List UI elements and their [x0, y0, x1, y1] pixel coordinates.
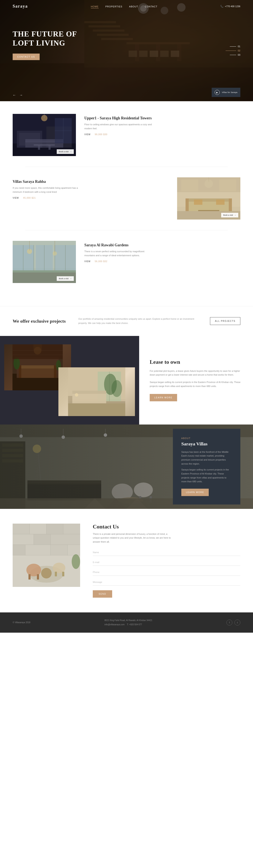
footer-contact-info: 8021 King Fahd Road, Al Rawabi, Al Khoba… [104, 619, 152, 626]
book-visit-3[interactable]: Book a visit → [57, 276, 74, 281]
svg-rect-30 [49, 146, 51, 150]
svg-rect-138 [37, 574, 39, 580]
phone-input[interactable] [93, 569, 240, 576]
footer-copyright: © Villasaraya 2018 [13, 621, 30, 624]
about-learn-more-button[interactable]: LEARN MORE [181, 489, 209, 496]
slide-num-3[interactable]: 03 [238, 54, 240, 56]
svg-rect-140 [55, 572, 57, 576]
svg-rect-133 [51, 545, 67, 555]
property-link-row-3: View 56,000 $32 [84, 260, 240, 262]
svg-rect-49 [181, 180, 198, 191]
all-projects-button[interactable]: ALL PROJECTS [210, 317, 240, 325]
about-label: ABOUT [181, 437, 232, 439]
hero-slide-nav: 01 02 03 [226, 45, 240, 56]
email-input[interactable] [93, 559, 240, 566]
hero-title: THE FUTURE OF LOFT LIVING [13, 30, 80, 48]
lease-subtitle: For potential plot buyers, a lease gives… [150, 369, 243, 377]
footer-phone: T: +920 504 677 [127, 623, 142, 626]
contact-section: Contact Us There is a private and person… [0, 509, 253, 612]
lease-section: Lease to own For potential plot buyers, … [0, 336, 253, 425]
about-section: ABOUT Saraya Villas Saraya has been at t… [0, 425, 253, 509]
next-arrow[interactable]: → [20, 93, 23, 97]
property-item-1: Book a visit → Upper1 - Saraya High Resi… [13, 114, 240, 156]
nav-item-contact[interactable]: Contact [145, 4, 157, 8]
contact-form: Contact Us There is a private and person… [93, 524, 240, 598]
svg-point-87 [112, 380, 122, 397]
phone-icon: 📞 [220, 5, 223, 8]
name-input[interactable] [93, 549, 240, 556]
property-view-link-1[interactable]: View [84, 133, 91, 135]
property-item-3: Book a visit → Saraya Al Rawabi Gardens … [13, 241, 240, 283]
property-desc-2: If you need more space, this comfortable… [13, 186, 80, 194]
property-link-row-2: View 45,000 $21 [13, 197, 169, 199]
slide-num-2[interactable]: 02 [238, 49, 240, 52]
exclusive-left: We offer exclusive projects [13, 318, 66, 324]
svg-rect-132 [25, 545, 51, 555]
property-view-link-3[interactable]: View [84, 260, 91, 262]
svg-rect-124 [13, 524, 30, 534]
lease-image-bottom [58, 367, 135, 416]
footer-email: info@villasaraya.com [104, 623, 125, 626]
property-link-row-1: View 99,000 $30 [84, 133, 240, 135]
about-box: ABOUT Saraya Villas Saraya has been at t… [173, 429, 240, 505]
property-title-3: Saraya Al Rawabi Gardens [84, 243, 240, 247]
svg-rect-141 [62, 572, 64, 576]
svg-rect-71 [19, 365, 57, 368]
hero-section: Saraya Home Properties About Contact 📞 +… [0, 0, 253, 101]
nav-item-home[interactable]: Home [91, 4, 99, 8]
svg-point-143 [72, 554, 80, 569]
property-image-2: Book a visit → [177, 177, 240, 220]
svg-rect-137 [28, 574, 31, 580]
svg-rect-43 [194, 199, 202, 205]
twitter-icon[interactable]: t [234, 620, 240, 625]
divider-1 [25, 166, 228, 167]
lease-desc: Saraya began selling its current project… [150, 380, 243, 388]
nav-item-properties[interactable]: Properties [105, 4, 123, 8]
contact-us-button[interactable]: CONTACT US [13, 54, 40, 60]
svg-point-139 [53, 563, 65, 573]
send-button[interactable]: SEND [93, 590, 112, 598]
nav-item-about[interactable]: About [129, 4, 138, 8]
footer: © Villasaraya 2018 8021 King Fahd Road, … [0, 612, 253, 633]
property-info-3: Saraya Al Rawabi Gardens There is a neve… [84, 241, 240, 262]
slide-num-1[interactable]: 01 [238, 45, 240, 48]
message-input[interactable] [93, 579, 240, 586]
property-info-2: Villas Saraya Rahba If you need more spa… [13, 177, 169, 199]
lease-images [0, 336, 139, 425]
svg-rect-73 [54, 365, 57, 378]
svg-rect-50 [219, 180, 236, 191]
svg-rect-90 [68, 396, 72, 403]
contact-desc: There is a private and personal dimensio… [93, 532, 173, 544]
svg-rect-125 [30, 524, 46, 534]
exclusive-middle: Our portfolio of amazing residential com… [78, 317, 197, 326]
property-desc-3: There is a never-perfect setting surroun… [84, 249, 152, 257]
footer-social: f t [226, 620, 240, 625]
svg-rect-70 [19, 367, 57, 378]
svg-point-92 [75, 393, 78, 397]
svg-rect-91 [68, 403, 125, 416]
lease-title: Lease to own [150, 359, 243, 365]
facebook-icon[interactable]: f [226, 620, 232, 625]
hero-arrows: ← → [13, 93, 23, 97]
brand-logo: Saraya [13, 4, 28, 9]
about-desc-1: Saraya has been at the forefront of the … [181, 450, 232, 466]
navbar: Saraya Home Properties About Contact 📞 +… [0, 0, 253, 12]
svg-rect-44 [216, 199, 225, 205]
svg-rect-29 [38, 146, 40, 150]
properties-section: Book a visit → Upper1 - Saraya High Resi… [0, 101, 253, 306]
lease-learn-more-button[interactable]: LEARN MORE [150, 394, 177, 401]
svg-rect-130 [51, 534, 80, 545]
prev-arrow[interactable]: ← [13, 93, 16, 97]
book-visit-1[interactable]: Book a visit → [57, 149, 74, 154]
svg-rect-128 [13, 534, 34, 545]
svg-rect-40 [186, 198, 232, 202]
svg-rect-72 [19, 365, 21, 378]
svg-rect-127 [63, 524, 80, 534]
property-view-link-2[interactable]: View [13, 197, 19, 199]
svg-rect-42 [229, 198, 232, 211]
hero-tag-icon: ▶ [215, 90, 220, 95]
property-desc-1: Floor to ceiling windows give our spacio… [84, 123, 152, 130]
nav-links: Home Properties About Contact [91, 4, 157, 8]
exclusive-title: We offer exclusive projects [13, 318, 66, 324]
book-visit-2[interactable]: Book a visit → [221, 213, 238, 217]
